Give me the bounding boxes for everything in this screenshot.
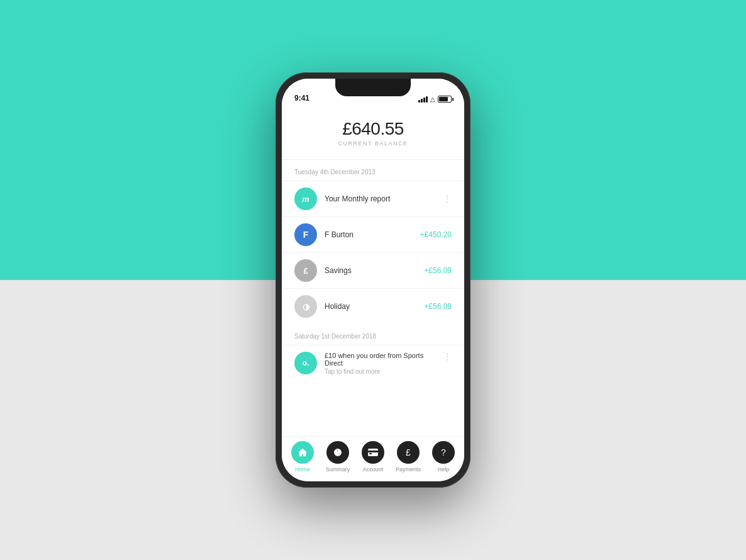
home-label: Home (295, 466, 310, 473)
monthly-name: Your Monthly report (325, 194, 435, 203)
summary-icon (326, 441, 349, 464)
transaction-item-savings[interactable]: £ Savings +£56.09 (282, 252, 464, 288)
pound-icon: £ (406, 447, 411, 457)
savings-icon: £ (294, 259, 317, 282)
offer-info: £10 when you order from Sports Direct Ta… (325, 352, 435, 375)
nav-item-help[interactable]: ? Help (426, 441, 461, 473)
holiday-name: Holiday (325, 302, 416, 311)
payments-label: Payments (396, 466, 421, 473)
phone-wrapper: 9:41 △ £640.55 CURRENT BA (276, 72, 470, 488)
balance-label: CURRENT BALANCE (294, 140, 452, 147)
phone-outer: 9:41 △ £640.55 CURRENT BA (276, 72, 470, 488)
battery-icon (438, 96, 452, 103)
offer-sub: Tap to find out more (325, 368, 435, 375)
help-icon: ? (432, 441, 455, 464)
offer-name: £10 when you order from Sports Direct (325, 352, 435, 367)
date-header-2: Saturday 1st December 2018 (282, 324, 464, 345)
notification-item-sports[interactable]: o. £10 when you order from Sports Direct… (282, 345, 464, 381)
bottom-nav: Home Summary (282, 436, 464, 481)
phone-inner: 9:41 △ £640.55 CURRENT BA (282, 79, 464, 481)
help-label: Help (438, 466, 450, 473)
fburton-name: F Burton (325, 230, 413, 239)
holiday-amount: +£56.09 (424, 302, 452, 311)
savings-name: Savings (325, 266, 416, 275)
svg-rect-1 (368, 451, 378, 452)
nav-item-account[interactable]: Account (355, 441, 391, 473)
summary-label: Summary (326, 466, 350, 473)
monthly-icon: m (294, 188, 317, 210)
fburton-amount: +£450.20 (420, 230, 452, 239)
balance-amount: £640.55 (294, 119, 452, 139)
holiday-info: Holiday (325, 302, 416, 311)
date-header-1: Tuesday 4th December 2013 (282, 160, 464, 181)
savings-amount: +£56.09 (424, 266, 452, 275)
transaction-item-monthly[interactable]: m Your Monthly report ⋮ (282, 181, 464, 216)
savings-info: Savings (325, 266, 416, 275)
transaction-item-holiday[interactable]: ◑ Holiday +£56.09 (282, 288, 464, 324)
fburton-icon: F (294, 223, 317, 246)
account-icon (362, 441, 384, 464)
payments-icon: £ (397, 441, 420, 464)
question-icon: ? (441, 447, 446, 457)
holiday-icon: ◑ (294, 295, 317, 318)
status-time: 9:41 (294, 94, 309, 103)
account-label: Account (363, 466, 384, 473)
status-icons: △ (418, 96, 452, 103)
offer-menu[interactable]: ⋮ (443, 352, 452, 362)
notch (335, 79, 411, 96)
nav-item-home[interactable]: Home (285, 441, 320, 473)
transaction-item-fburton[interactable]: F F Burton +£450.20 (282, 216, 464, 252)
nav-item-payments[interactable]: £ Payments (391, 441, 426, 473)
monthly-menu[interactable]: ⋮ (443, 194, 452, 204)
svg-rect-2 (369, 453, 372, 454)
scroll-content: Tuesday 4th December 2013 m Your Monthly… (282, 160, 464, 436)
signal-icon (418, 96, 428, 103)
monthly-info: Your Monthly report (325, 194, 435, 203)
wifi-icon: △ (430, 96, 435, 103)
offer-icon: o. (294, 352, 317, 374)
fburton-info: F Burton (325, 230, 413, 239)
balance-section: £640.55 CURRENT BALANCE (282, 106, 464, 160)
nav-item-summary[interactable]: Summary (320, 441, 355, 473)
home-icon (291, 441, 314, 464)
